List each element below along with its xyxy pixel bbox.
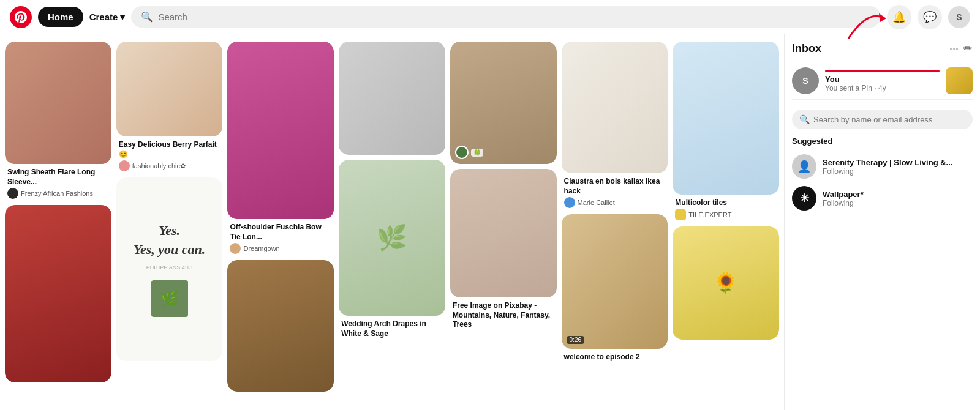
pin-image: 🍀 [450, 42, 557, 164]
pin-image [227, 42, 334, 219]
pin-author-avatar [230, 243, 241, 254]
navbar: Home Create ▾ 🔍 🔔 💬 S [0, 0, 980, 34]
suggested-avatar-0: 👤 [792, 154, 816, 179]
suggested-status-1: Following [823, 199, 864, 207]
pin-title: Wedding Arch Drapes in White & Sage [341, 319, 443, 338]
home-button[interactable]: Home [38, 7, 83, 27]
pin-column-4: 🍀 Free Image on Pixabay - Mountains, Nat… [450, 42, 557, 403]
pin-image [116, 42, 223, 136]
pin-author-name: TILE.EXPERT [688, 211, 731, 218]
pins-grid: Swing Sheath Flare Long Sleeve... Frenzy… [0, 34, 784, 410]
message-preview-text: You sent a Pin · 4y [825, 84, 940, 92]
pin-title: Claustra en bois kallax ikea hack [564, 177, 666, 196]
nav-right: 🔔 💬 S [887, 5, 970, 29]
pin-image: 🌿 [339, 160, 445, 316]
inbox-more-button[interactable]: ··· [949, 42, 959, 55]
pin-column-2: Off-shoulder Fuschia Bow Tie Lon... Drea… [227, 42, 334, 403]
pin-card[interactable]: Yes.Yes, you can. PHILIPPIANS 4:13 🌿 [116, 177, 223, 361]
pin-image [450, 169, 557, 297]
pin-card[interactable]: Off-shoulder Fuschia Bow Tie Lon... Drea… [227, 42, 334, 255]
chevron-down-icon: ▾ [120, 12, 125, 23]
create-button[interactable]: Create ▾ [89, 12, 126, 23]
pin-title: Free Image on Pixabay - Mountains, Natur… [453, 301, 554, 330]
inbox-panel: Inbox ··· ✏ S You You sent a Pin · 4y 🔍 [784, 34, 980, 410]
message-sender: You [825, 75, 940, 84]
suggested-status-0: Following [823, 167, 952, 176]
pin-title: Multicolor tiles [675, 198, 777, 208]
pin-card[interactable]: 🍀 [450, 42, 557, 164]
pin-author-name: Dreamgown [243, 245, 279, 252]
pinterest-logo[interactable] [10, 6, 32, 28]
main-content: Swing Sheath Flare Long Sleeve... Frenzy… [0, 34, 980, 410]
notifications-button[interactable]: 🔔 [887, 5, 911, 29]
pin-author-name: Marie Caillet [578, 199, 615, 206]
pin-card[interactable] [5, 205, 111, 382]
pin-column-0: Swing Sheath Flare Long Sleeve... Frenzy… [5, 42, 111, 403]
suggested-name-0: Serenity Therapy | Slow Living &... [823, 158, 952, 167]
search-icon: 🔍 [799, 114, 810, 124]
pin-column-1: Easy Delicious Berry Parfait 😊 fashionab… [116, 42, 223, 403]
pin-card[interactable]: Free Image on Pixabay - Mountains, Natur… [450, 169, 557, 331]
pin-card[interactable]: Swing Sheath Flare Long Sleeve... Frenzy… [5, 42, 111, 200]
pin-author-name: Frenzy African Fashions [21, 190, 93, 197]
message-pin-thumbnail [946, 67, 973, 94]
message-avatar: S [792, 67, 819, 94]
pin-image: 0:26 [562, 214, 668, 349]
pin-title: Swing Sheath Flare Long Sleeve... [7, 168, 109, 187]
inbox-edit-button[interactable]: ✏ [963, 42, 973, 55]
pin-title: welcome to episode 2 [564, 352, 666, 362]
pin-card[interactable]: Claustra en bois kallax ikea hack Marie … [562, 42, 668, 209]
pin-card[interactable]: 🌻 [673, 226, 779, 340]
bell-icon: 🔔 [892, 10, 906, 24]
pin-title: Easy Delicious Berry Parfait 😊 [119, 140, 221, 159]
pin-card[interactable]: 0:26 welcome to episode 2 [562, 214, 668, 363]
pin-author-avatar [119, 160, 130, 171]
pin-card[interactable]: Multicolor tiles TILE.EXPERT [673, 42, 779, 222]
pin-image: 🌻 [673, 226, 779, 340]
search-icon: 🔍 [141, 11, 153, 23]
pin-card[interactable] [227, 260, 334, 392]
pin-author-name: fashionably chic✿ [132, 162, 186, 170]
inbox-header: Inbox ··· ✏ [792, 42, 973, 55]
pin-column-3: 🌿 Wedding Arch Drapes in White & Sage [339, 42, 445, 403]
suggested-name-1: Wallpaper* [823, 190, 864, 199]
unread-indicator [825, 70, 940, 72]
suggested-item-0[interactable]: 👤 Serenity Therapy | Slow Living &... Fo… [792, 151, 973, 182]
pin-title: Off-shoulder Fuschia Bow Tie Lon... [230, 223, 331, 242]
message-preview[interactable]: S You You sent a Pin · 4y [792, 62, 973, 100]
pin-image: Yes.Yes, you can. PHILIPPIANS 4:13 🌿 [116, 177, 223, 361]
pin-card[interactable]: 🌿 Wedding Arch Drapes in White & Sage [339, 160, 445, 340]
avatar[interactable]: S [948, 6, 970, 28]
pin-author-avatar [675, 209, 686, 220]
pin-author-avatar [564, 197, 575, 208]
pin-image [227, 260, 334, 392]
chat-icon: 💬 [923, 10, 937, 24]
pin-column-6: Multicolor tiles TILE.EXPERT 🌻 [673, 42, 779, 403]
suggested-label: Suggested [792, 136, 973, 146]
video-timer: 0:26 [567, 336, 584, 344]
pin-card[interactable] [339, 42, 445, 155]
people-search-box: 🔍 [792, 110, 973, 129]
inbox-title: Inbox [792, 42, 821, 55]
pin-image [5, 205, 111, 382]
pin-image [339, 42, 445, 155]
pin-column-5: Claustra en bois kallax ikea hack Marie … [562, 42, 668, 403]
search-bar: 🔍 [131, 6, 881, 28]
search-input[interactable] [158, 12, 871, 22]
pin-author-avatar [7, 188, 18, 199]
pin-image [5, 42, 111, 164]
suggested-item-1[interactable]: ✳ Wallpaper* Following [792, 182, 973, 214]
suggested-avatar-1: ✳ [792, 186, 816, 211]
pin-card[interactable]: Easy Delicious Berry Parfait 😊 fashionab… [116, 42, 223, 173]
pin-image [562, 42, 668, 173]
pin-image [673, 42, 779, 195]
messages-button[interactable]: 💬 [918, 5, 942, 29]
people-search-input[interactable] [813, 115, 965, 124]
